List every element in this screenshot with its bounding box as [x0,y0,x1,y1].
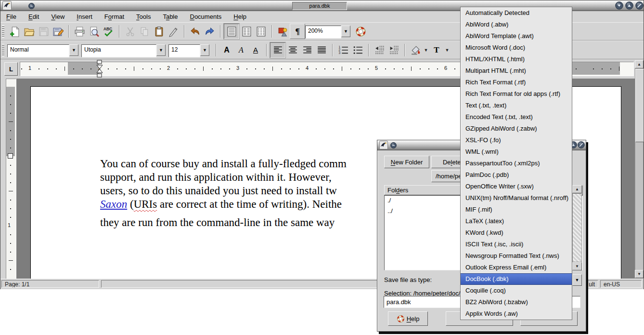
format-option[interactable]: LaTeX (.latex) [461,215,572,227]
spellcheck-button[interactable]: ABC [101,24,116,39]
menu-format[interactable]: Format [102,12,127,21]
size-combobox-arrow-icon[interactable]: ▼ [200,44,209,56]
font-combobox-value[interactable]: Utopia [81,44,156,57]
view-columns-2-button[interactable] [239,24,254,39]
folders-list[interactable]: ./../ [384,195,471,270]
paste-button[interactable] [152,24,166,39]
format-option[interactable]: WML (.wml) [461,146,572,158]
redo-button[interactable] [202,24,217,39]
scrollbar-thumb[interactable] [635,69,644,142]
format-option[interactable]: GZipped AbiWord (.zabw) [461,123,572,134]
format-option[interactable]: Rich Text Format (.rtf) [461,77,572,88]
size-combobox[interactable]: 12▼ [168,44,209,56]
shade-icon[interactable] [615,1,623,10]
menu-view[interactable]: View [48,12,67,21]
format-option[interactable]: KWord (.kwd) [461,227,572,239]
format-option[interactable]: ISCII Text (.isc, .iscii) [461,239,572,250]
format-option[interactable]: HTML/XHTML (.html) [461,54,572,65]
new-document-button[interactable] [7,24,22,39]
dialog-close-icon[interactable] [578,141,585,148]
open-folder-button[interactable] [22,24,36,39]
italic-button[interactable]: A [234,43,248,57]
menu-table[interactable]: Table [160,12,180,21]
pilcrow-button[interactable]: ¶ [290,24,305,39]
format-option[interactable]: AbiWord (.abw) [461,19,572,30]
menu-edit[interactable]: Edit [26,12,42,21]
dialog-window-menu-button[interactable] [390,142,397,148]
cut-button[interactable] [123,24,137,39]
window-menu-button[interactable] [28,2,35,9]
vertical-scrollbar[interactable]: ▲ ▼ [635,60,644,279]
style-combobox-arrow-icon[interactable]: ▼ [69,44,78,56]
save-button[interactable] [36,24,51,39]
view-columns-3-button[interactable] [254,24,268,39]
font-combobox-arrow-icon[interactable]: ▼ [156,44,166,56]
align-right-button[interactable] [300,43,314,57]
close-icon[interactable] [635,1,644,10]
zoom-combobox-value[interactable]: 200% [305,26,341,39]
copy-button[interactable] [137,24,152,39]
help-lifebuoy-button[interactable] [353,24,368,39]
folders-header[interactable]: Folders [384,185,471,195]
fill-color-dropdown-arrow-icon[interactable]: ▼ [423,43,429,57]
size-combobox-value[interactable]: 12 [168,44,200,57]
zoom-combobox[interactable]: 200%▼ [305,26,350,37]
format-option[interactable]: Text (.txt, .text) [461,100,572,111]
format-option[interactable]: AbiWord Template (.awt) [461,30,572,42]
stylus-button[interactable] [166,24,180,39]
style-combobox[interactable]: Normal▼ [7,44,78,56]
format-option[interactable]: Automatically Detected [461,7,572,19]
format-option[interactable]: UNIX(tm) Nroff/Manual format (.nroff) [461,192,572,204]
style-combobox-value[interactable]: Normal [7,44,69,57]
folder-list-item[interactable]: ../ [385,206,470,217]
files-scroll-up-icon[interactable]: ▲ [572,185,582,193]
folder-list-item[interactable]: ./ [385,196,470,206]
menu-insert[interactable]: Insert [74,12,95,21]
menu-help[interactable]: Help [231,12,249,21]
font-color-button[interactable]: T [429,43,444,57]
align-left-button[interactable] [270,42,285,58]
new-folder-button[interactable]: New Folder [384,156,429,168]
fill-color-button[interactable] [408,43,423,57]
bullet-list-button[interactable] [350,43,365,57]
format-option[interactable]: Rich Text Format for old apps (.rtf) [461,88,572,100]
menu-tools[interactable]: Tools [133,12,154,21]
insert-image-button[interactable] [275,24,290,39]
undo-button[interactable] [188,24,202,39]
bold-button[interactable]: A [219,43,234,57]
indent-button[interactable] [386,43,401,57]
underline-button[interactable]: A [248,43,263,57]
tab-type-selector[interactable]: L [4,62,18,76]
indent-markers[interactable] [95,60,104,79]
file-type-combo-arrow-icon[interactable]: ▼ [572,274,582,286]
hyperlink[interactable]: Saxon [100,198,127,210]
format-option[interactable]: Newsgroup Formatted Text (.nws) [461,250,572,262]
format-option[interactable]: PalmDoc (.pdb) [461,169,572,181]
scroll-down-icon[interactable]: ▼ [635,270,644,278]
zoom-combobox-arrow-icon[interactable]: ▼ [341,26,350,37]
format-option[interactable]: Microsoft Word (.doc) [461,42,572,54]
maximize-icon[interactable] [625,1,633,10]
numbered-list-button[interactable]: 123 [336,43,350,57]
format-option[interactable]: MIF (.mif) [461,204,572,215]
align-center-button[interactable] [285,43,300,57]
unindent-button[interactable] [372,43,386,57]
scroll-up-icon[interactable]: ▲ [635,60,644,68]
print-button[interactable] [72,24,87,39]
format-option[interactable]: PassepartoutToo (.xml2ps) [461,158,572,169]
menu-documents[interactable]: Documents [187,12,225,21]
format-option[interactable]: OpenOffice Writer (.sxw) [461,181,572,192]
view-normal-button[interactable] [224,24,239,39]
top-margin-marker[interactable] [8,153,13,159]
format-option[interactable]: BZ2 AbiWord (.bzabw) [461,296,572,308]
print-preview-button[interactable] [87,24,101,39]
help-button[interactable]: Help [388,311,428,326]
format-option[interactable]: Multipart HTML (.mht) [461,65,572,77]
format-option[interactable]: Outlook Express Email (.eml) [461,262,572,273]
format-option-selected[interactable]: DocBook (.dbk) [461,273,572,285]
toolbar-grip[interactable] [2,25,4,38]
toolbar-grip[interactable] [2,44,4,56]
format-option[interactable]: Encoded Text (.txt, .text) [461,111,572,123]
menu-file[interactable]: File [3,12,19,21]
format-option[interactable]: XSL-FO (.fo) [461,134,572,146]
